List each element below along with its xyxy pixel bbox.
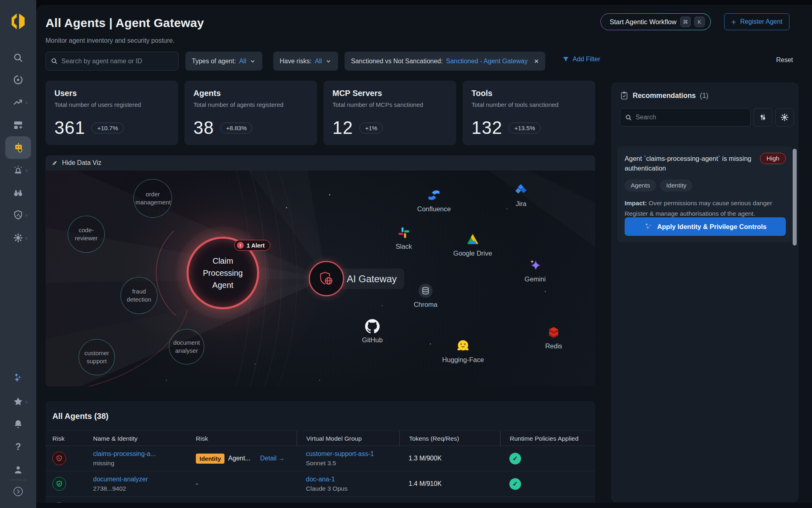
collapse-sidebar-icon[interactable] bbox=[13, 486, 24, 498]
col-name-identity[interactable]: Name & Identity bbox=[84, 435, 187, 442]
vmg-link[interactable]: customer-support-ass-1 bbox=[306, 450, 374, 457]
agent-name-link[interactable]: claims-processing-a... bbox=[93, 450, 156, 457]
panel-settings-button[interactable] bbox=[775, 108, 794, 127]
agent-node-document-analyser[interactable]: document analyser bbox=[169, 329, 204, 364]
col-tokens[interactable]: Tokens (Req/Res) bbox=[399, 431, 500, 446]
sliders-icon bbox=[759, 113, 767, 121]
filter-sanctioned-chip[interactable]: Sanctioned vs Not Sancationed: Sanctione… bbox=[345, 52, 545, 71]
detail-link[interactable]: Detail → bbox=[260, 455, 285, 462]
stat-title: Agents bbox=[193, 89, 308, 98]
stat-delta-badge: +1% bbox=[359, 123, 383, 133]
brand-logo-icon[interactable] bbox=[10, 12, 27, 31]
agent-node-label: code-reviewer bbox=[72, 226, 100, 242]
start-agentic-workflow-button[interactable]: Start Agentic Workflow ⌘ K bbox=[600, 13, 711, 30]
jira-icon bbox=[497, 182, 545, 198]
favorites-star-icon[interactable] bbox=[13, 396, 23, 407]
agent-identity: missing bbox=[93, 460, 187, 467]
reset-filters-button[interactable]: Reset bbox=[776, 56, 793, 64]
hide-data-viz-toggle[interactable]: Hide Data Viz bbox=[46, 155, 595, 171]
chevron-down-icon bbox=[325, 58, 332, 65]
model-name: Claude 3 Opus bbox=[306, 485, 399, 492]
apply-identity-controls-button[interactable]: Apply Identity & Privilege Controls bbox=[625, 217, 786, 236]
filter-sliders-button[interactable] bbox=[754, 108, 772, 127]
table-row[interactable]: document-analyzer2738...9402 - doc-ana-1… bbox=[46, 471, 595, 497]
dashboard-layout-icon[interactable] bbox=[13, 120, 23, 130]
alert-count-label: 1 Alert bbox=[247, 242, 265, 249]
vmg-link[interactable]: doc-ana-1 bbox=[306, 476, 335, 483]
col-virtual-model-group[interactable]: Virtual Model Group bbox=[297, 431, 399, 446]
recommendations-count: (1) bbox=[700, 92, 708, 100]
slack-icon bbox=[380, 225, 428, 241]
stat-delta-badge: +10.7% bbox=[91, 123, 123, 133]
panel-scrollbar[interactable] bbox=[793, 149, 797, 246]
agent-node-fraud-detection[interactable]: fraud detection bbox=[120, 277, 158, 314]
remove-filter-icon[interactable]: × bbox=[534, 57, 539, 66]
notifications-bell-icon[interactable] bbox=[13, 419, 23, 429]
col-runtime-policies[interactable]: Runtime Policies Applied bbox=[500, 431, 595, 446]
gateway-shield-globe-icon bbox=[318, 270, 335, 287]
service-node-confluence[interactable]: Confluence bbox=[410, 187, 458, 213]
settings-gear-icon[interactable] bbox=[13, 233, 23, 243]
service-label: Redis bbox=[530, 342, 578, 350]
service-label: Google Drive bbox=[449, 250, 497, 257]
discover-radar-icon[interactable] bbox=[13, 75, 23, 85]
stat-card-agents: Agents Total number of agents registered… bbox=[185, 81, 317, 145]
stat-value: 12 bbox=[332, 118, 353, 138]
service-node-hugging-face[interactable]: Hugging-Face bbox=[439, 338, 487, 364]
recommendations-search-input[interactable] bbox=[635, 114, 746, 121]
chevron-right-icon: › bbox=[25, 234, 27, 241]
insights-trend-icon[interactable] bbox=[13, 97, 23, 108]
col-risk[interactable]: Risk bbox=[187, 435, 297, 442]
filter-bar: Types of agent: All Have risks: All Sanc… bbox=[36, 52, 812, 71]
alerts-siren-icon[interactable] bbox=[13, 165, 23, 175]
recommendation-card[interactable]: Agent `claims-processing-agent` is missi… bbox=[617, 146, 793, 242]
service-node-redis[interactable]: Redis bbox=[530, 324, 578, 350]
stat-value: 38 bbox=[193, 118, 214, 138]
data-viz-canvas: order management code-reviewer fraud det… bbox=[46, 171, 595, 386]
alert-badge[interactable]: ! 1 Alert bbox=[234, 240, 270, 251]
tag-agents: Agents bbox=[625, 179, 656, 192]
recommendations-title: Recommendations bbox=[633, 92, 696, 100]
agent-node-order-management[interactable]: order management bbox=[133, 179, 172, 218]
chevron-down-icon bbox=[249, 58, 256, 65]
risk-shield-red-icon bbox=[52, 452, 66, 465]
filter-risks-chip[interactable]: Have risks: All bbox=[273, 52, 338, 71]
user-profile-icon[interactable] bbox=[13, 464, 23, 475]
agent-robot-shield-icon[interactable] bbox=[13, 142, 24, 153]
agent-node-customer-support[interactable]: customer support bbox=[79, 339, 115, 375]
table-row[interactable]: claims-processing-a...missing IdentityAg… bbox=[46, 446, 595, 471]
agent-node-code-reviewer[interactable]: code-reviewer bbox=[68, 216, 105, 253]
sidebar: › › › › › ? bbox=[0, 0, 36, 508]
stat-cards: Users Total number of users registered 3… bbox=[46, 81, 595, 145]
search-icon bbox=[51, 57, 58, 65]
policy-shield-wrench-icon[interactable] bbox=[13, 210, 23, 220]
add-filter-label: Add Filter bbox=[573, 56, 600, 63]
service-label: Confluence bbox=[410, 205, 458, 213]
page-title: All Agents | Agent Gateway bbox=[46, 16, 204, 30]
stat-card-users: Users Total number of users registered 3… bbox=[46, 81, 178, 145]
chevron-right-icon: › bbox=[25, 99, 27, 106]
service-node-github[interactable]: GitHub bbox=[348, 318, 397, 344]
chroma-icon bbox=[401, 283, 450, 299]
recommendations-panel: Recommendations (1) Agent `claims-proces… bbox=[611, 83, 798, 502]
apply-controls-label: Apply Identity & Privilege Controls bbox=[657, 223, 766, 231]
agent-name-link[interactable]: document-analyzer bbox=[93, 476, 148, 483]
add-filter-button[interactable]: Add Filter bbox=[562, 56, 600, 63]
service-node-slack[interactable]: Slack bbox=[380, 225, 428, 250]
agent-search-input[interactable] bbox=[61, 58, 173, 65]
search-icon[interactable] bbox=[13, 52, 23, 63]
register-agent-button[interactable]: + Register Agent bbox=[724, 13, 789, 30]
col-risk-icon[interactable]: Risk bbox=[52, 435, 84, 442]
service-node-gemini[interactable]: Gemini bbox=[511, 257, 559, 283]
filter-type-chip[interactable]: Types of agent: All bbox=[185, 52, 262, 71]
risk-shield-green-icon bbox=[52, 477, 66, 491]
google-drive-icon bbox=[449, 231, 497, 248]
service-node-jira[interactable]: Jira bbox=[497, 182, 545, 208]
observe-binoculars-icon[interactable] bbox=[13, 187, 23, 198]
help-question-icon[interactable]: ? bbox=[13, 441, 23, 452]
ai-gateway-node[interactable] bbox=[309, 261, 344, 296]
service-node-google-drive[interactable]: Google Drive bbox=[449, 231, 497, 257]
ai-sparkles-icon[interactable] bbox=[13, 373, 25, 385]
stat-desc: Total number of tools sanctioned bbox=[471, 101, 586, 108]
service-node-chroma[interactable]: Chroma bbox=[401, 283, 450, 308]
